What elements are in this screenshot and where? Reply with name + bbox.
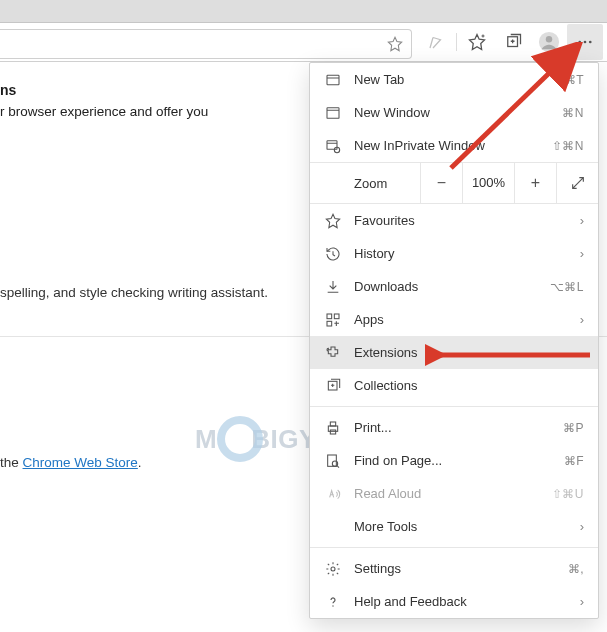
svg-point-3 [578, 41, 581, 44]
svg-rect-6 [327, 75, 339, 84]
help-icon [324, 594, 342, 610]
menu-shortcut: ⌥⌘L [550, 280, 584, 294]
menu-item-new-window[interactable]: New Window ⌘N [310, 96, 598, 129]
menu-label: Extensions [354, 345, 584, 360]
menu-shortcut: ⌘P [563, 421, 584, 435]
menu-item-inprivate[interactable]: New InPrivate Window ⇧⌘N [310, 129, 598, 162]
svg-point-2 [546, 36, 552, 42]
chevron-right-icon: › [570, 312, 584, 327]
menu-label: Help and Feedback [354, 594, 558, 609]
menu-separator [310, 547, 598, 548]
menu-item-collections[interactable]: Collections [310, 369, 598, 402]
menu-label: Read Aloud [354, 486, 540, 501]
print-icon [324, 420, 342, 436]
profile-button[interactable] [531, 24, 567, 60]
window-chrome-top [0, 0, 607, 23]
menu-shortcut: ⇧⌘U [552, 487, 584, 501]
find-more-suffix: . [138, 455, 142, 470]
svg-rect-16 [330, 430, 335, 434]
history-icon [324, 246, 342, 262]
menu-label: Settings [354, 561, 556, 576]
chevron-right-icon: › [570, 246, 584, 261]
address-bar-fragment[interactable] [0, 29, 412, 59]
menu-shortcut: ⌘, [568, 562, 584, 576]
menu-label: Collections [354, 378, 584, 393]
downloads-icon [324, 279, 342, 295]
menu-shortcut: ⇧⌘N [552, 139, 584, 153]
browser-toolbar [0, 23, 607, 62]
settings-icon [324, 561, 342, 577]
menu-item-favourites[interactable]: Favourites › [310, 204, 598, 237]
menu-label: Favourites [354, 213, 558, 228]
reader-mode-button[interactable] [418, 24, 454, 60]
menu-label: More Tools [354, 519, 558, 534]
chevron-right-icon: › [570, 594, 584, 609]
menu-label: Downloads [354, 279, 538, 294]
menu-item-help[interactable]: Help and Feedback › [310, 585, 598, 618]
more-options-menu: New Tab ⌘T New Window ⌘N New InPrivate W… [309, 62, 599, 619]
extensions-icon [324, 345, 342, 361]
menu-item-downloads[interactable]: Downloads ⌥⌘L [310, 270, 598, 303]
svg-rect-14 [328, 426, 337, 431]
toolbar-separator [456, 33, 457, 51]
svg-point-4 [584, 41, 587, 44]
menu-label: Print... [354, 420, 551, 435]
menu-label: Apps [354, 312, 558, 327]
menu-shortcut: ⌘F [564, 454, 584, 468]
new-tab-icon [324, 72, 342, 88]
favourites-icon [324, 213, 342, 229]
svg-rect-11 [334, 314, 339, 319]
menu-item-print[interactable]: Print... ⌘P [310, 411, 598, 444]
menu-item-settings[interactable]: Settings ⌘, [310, 552, 598, 585]
collections-button[interactable] [495, 24, 531, 60]
svg-rect-7 [327, 107, 339, 118]
menu-item-new-tab[interactable]: New Tab ⌘T [310, 63, 598, 96]
zoom-label: Zoom [310, 176, 420, 191]
star-outline-icon[interactable] [387, 36, 403, 52]
menu-item-read-aloud: Read Aloud ⇧⌘U [310, 477, 598, 510]
svg-point-20 [332, 605, 333, 606]
chrome-web-store-link[interactable]: Chrome Web Store [23, 455, 138, 470]
collections-menu-icon [324, 378, 342, 394]
menu-item-more-tools[interactable]: More Tools › [310, 510, 598, 543]
more-options-button[interactable] [567, 24, 603, 60]
chevron-right-icon: › [570, 213, 584, 228]
fullscreen-button[interactable] [556, 162, 598, 204]
menu-item-apps[interactable]: Apps › [310, 303, 598, 336]
menu-label: New Window [354, 105, 550, 120]
svg-rect-12 [327, 321, 332, 326]
new-window-icon [324, 105, 342, 121]
menu-shortcut: ⌘N [562, 106, 584, 120]
svg-rect-15 [330, 422, 335, 426]
read-aloud-icon [324, 486, 342, 502]
menu-separator [310, 406, 598, 407]
menu-label: New InPrivate Window [354, 138, 540, 153]
svg-point-19 [331, 567, 335, 571]
menu-label: Find on Page... [354, 453, 552, 468]
menu-shortcut: ⌘T [564, 73, 584, 87]
favorites-button[interactable] [459, 24, 495, 60]
zoom-in-button[interactable]: + [514, 162, 556, 204]
menu-item-find[interactable]: Find on Page... ⌘F [310, 444, 598, 477]
find-more-prefix: the [0, 455, 23, 470]
apps-icon [324, 312, 342, 328]
menu-item-extensions[interactable]: Extensions [310, 336, 598, 369]
svg-rect-10 [327, 314, 332, 319]
svg-point-5 [589, 41, 592, 44]
menu-label: New Tab [354, 72, 552, 87]
menu-zoom-row: Zoom − 100% + [310, 162, 598, 204]
menu-item-history[interactable]: History › [310, 237, 598, 270]
svg-point-18 [332, 461, 337, 466]
zoom-out-button[interactable]: − [420, 162, 462, 204]
zoom-value: 100% [462, 162, 514, 204]
menu-label: History [354, 246, 558, 261]
find-icon [324, 453, 342, 469]
chevron-right-icon: › [570, 519, 584, 534]
inprivate-icon [324, 138, 342, 154]
